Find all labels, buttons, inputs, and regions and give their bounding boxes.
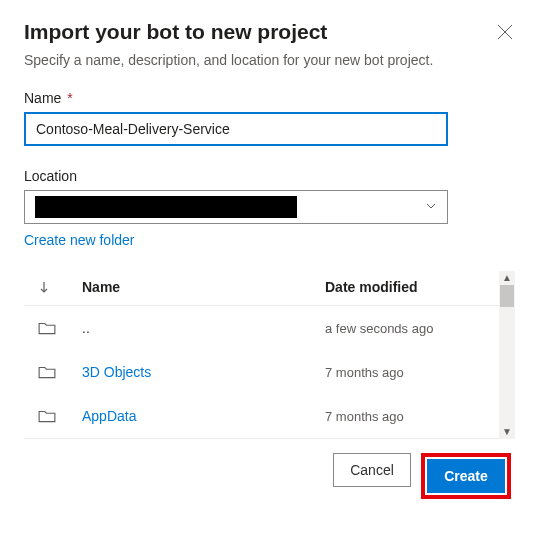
folder-date: 7 months ago — [325, 365, 485, 380]
dialog-footer: Cancel Create — [24, 453, 515, 499]
name-label: Name * — [24, 90, 515, 106]
cancel-button[interactable]: Cancel — [333, 453, 411, 487]
table-row[interactable]: AppData 7 months ago — [24, 394, 499, 438]
folder-name[interactable]: 3D Objects — [82, 364, 325, 380]
location-value-redacted — [35, 196, 297, 218]
tutorial-highlight: Create — [421, 453, 511, 499]
folder-icon — [38, 365, 82, 379]
location-select[interactable] — [24, 190, 448, 224]
scrollbar[interactable]: ▲ ▼ — [499, 271, 515, 439]
folder-name[interactable]: AppData — [82, 408, 325, 424]
scroll-thumb[interactable] — [500, 285, 514, 307]
folder-icon — [38, 409, 82, 423]
table-row[interactable]: 3D Objects 7 months ago — [24, 350, 499, 394]
column-date[interactable]: Date modified — [325, 279, 485, 295]
scroll-down-icon[interactable]: ▼ — [502, 427, 512, 437]
sort-icon[interactable] — [38, 281, 82, 293]
dialog-subtitle: Specify a name, description, and locatio… — [24, 52, 515, 68]
table-row[interactable]: .. a few seconds ago — [24, 306, 499, 350]
column-name[interactable]: Name — [82, 279, 325, 295]
import-bot-dialog: Import your bot to new project Specify a… — [0, 0, 539, 517]
create-button[interactable]: Create — [427, 459, 505, 493]
required-asterisk: * — [67, 90, 72, 106]
name-input[interactable] — [24, 112, 448, 146]
close-icon[interactable] — [497, 24, 515, 42]
folder-date: a few seconds ago — [325, 321, 485, 336]
chevron-down-icon — [425, 198, 437, 216]
dialog-title: Import your bot to new project — [24, 20, 327, 44]
location-label: Location — [24, 168, 515, 184]
folder-date: 7 months ago — [325, 409, 485, 424]
folder-name[interactable]: .. — [82, 320, 325, 336]
scroll-up-icon[interactable]: ▲ — [502, 273, 512, 283]
create-new-folder-link[interactable]: Create new folder — [24, 232, 135, 248]
folder-icon — [38, 321, 82, 335]
file-browser: Name Date modified .. a few seconds ago — [24, 271, 499, 439]
